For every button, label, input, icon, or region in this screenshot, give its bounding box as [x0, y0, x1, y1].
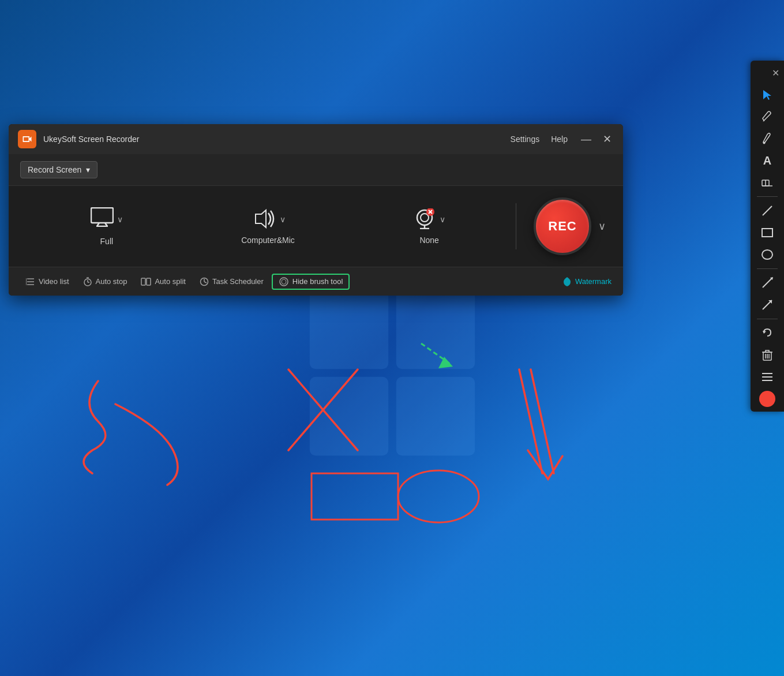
windows-logo: [306, 286, 479, 460]
audio-chevron: ∨: [280, 215, 286, 224]
hide-brush-tool-item[interactable]: Hide brush tool: [272, 274, 350, 290]
camera-icon-row: ∨: [413, 208, 445, 231]
menu-icon: [762, 372, 773, 382]
rec-button[interactable]: REC: [534, 197, 591, 255]
ellipse-tool-button[interactable]: [755, 244, 780, 265]
svg-rect-4: [91, 208, 113, 223]
arrow-icon: [762, 299, 773, 311]
rectangle-icon: [762, 228, 773, 237]
svg-marker-45: [763, 331, 766, 334]
straight-line-icon: [762, 277, 773, 289]
dropdown-chevron: ▾: [86, 165, 90, 174]
camera-label: None: [419, 236, 438, 245]
cursor-icon: [762, 89, 772, 100]
app-title: UkeySoft Screen Recorder: [43, 135, 511, 144]
task-scheduler-label: Task Scheduler: [212, 277, 264, 286]
arrow-tool-button[interactable]: [755, 294, 780, 315]
toolbar-divider-2: [757, 268, 778, 269]
webcam-icon: [413, 208, 436, 231]
auto-stop-item[interactable]: Auto stop: [77, 275, 133, 289]
main-controls: ∨ Full ∨ Computer&Mic: [9, 186, 623, 267]
menu-button[interactable]: [755, 367, 780, 387]
monitor-icon: [91, 207, 114, 232]
marker-icon: [762, 133, 772, 144]
auto-split-item[interactable]: Auto split: [135, 275, 191, 288]
toolbar-record-button[interactable]: [759, 391, 775, 407]
audio-control[interactable]: ∨ Computer&Mic: [187, 208, 349, 245]
video-camera-icon: [21, 133, 33, 145]
delete-button[interactable]: [755, 345, 780, 365]
minimize-button[interactable]: —: [579, 132, 593, 146]
controls-divider: [516, 203, 516, 249]
audio-label: Computer&Mic: [241, 236, 295, 245]
camera-control[interactable]: ∨ None: [348, 208, 510, 245]
watermark-label: Watermark: [575, 277, 612, 286]
toolbar-close-button[interactable]: ✕: [751, 65, 784, 81]
text-tool-button[interactable]: A: [755, 150, 780, 171]
toolbar-divider-1: [757, 196, 778, 197]
undo-button[interactable]: [755, 323, 780, 343]
eraser-icon: [762, 177, 773, 188]
bottom-bar: Video list Auto stop Auto split: [9, 267, 623, 296]
task-scheduler-item[interactable]: Task Scheduler: [194, 275, 269, 289]
svg-rect-1: [396, 290, 474, 368]
ellipse-icon: [762, 249, 773, 260]
right-toolbar: ✕ A: [751, 61, 784, 412]
title-controls: — ✕: [579, 132, 614, 146]
marker-tool-button[interactable]: [755, 128, 780, 149]
watermark-icon: [562, 276, 572, 287]
help-menu[interactable]: Help: [551, 135, 568, 144]
svg-rect-39: [762, 229, 772, 237]
display-label: Full: [100, 237, 114, 246]
rectangle-tool-button[interactable]: [755, 222, 780, 243]
pen-tool-button[interactable]: [755, 106, 780, 127]
video-list-label: Video list: [39, 277, 69, 286]
undo-icon: [762, 328, 773, 338]
svg-rect-2: [309, 376, 388, 455]
display-control[interactable]: ∨ Full: [26, 207, 187, 246]
auto-stop-icon: [83, 277, 92, 286]
record-mode-label: Record Screen: [28, 165, 81, 174]
brush-tool-icon: [279, 277, 289, 286]
svg-line-27: [204, 282, 207, 283]
camera-chevron: ∨: [440, 215, 445, 224]
desktop-background: [0, 0, 784, 676]
task-scheduler-icon: [200, 277, 209, 286]
rec-label: REC: [548, 219, 576, 234]
rec-section: REC ∨: [534, 197, 606, 255]
audio-icon-row: ∨: [251, 208, 286, 231]
svg-point-10: [421, 214, 429, 222]
toolbar-row: Record Screen ▾: [9, 154, 623, 186]
display-icon-row: ∨: [91, 207, 123, 232]
settings-menu[interactable]: Settings: [511, 135, 540, 144]
hide-brush-tool-label: Hide brush tool: [292, 277, 343, 286]
line-tool-button[interactable]: [755, 200, 780, 221]
svg-marker-33: [763, 90, 771, 100]
cursor-tool-button[interactable]: [755, 84, 780, 105]
record-mode-dropdown[interactable]: Record Screen ▾: [20, 161, 97, 178]
eraser-tool-button[interactable]: [755, 172, 780, 193]
svg-rect-23: [141, 278, 145, 285]
pen-icon: [762, 111, 772, 122]
close-button[interactable]: ✕: [600, 132, 614, 146]
svg-rect-3: [396, 376, 474, 455]
speaker-icon: [251, 208, 276, 231]
video-list-icon: [26, 278, 35, 286]
straight-line-tool-button[interactable]: [755, 272, 780, 293]
rec-dropdown-chevron[interactable]: ∨: [598, 220, 606, 233]
line-icon: [762, 205, 773, 216]
display-chevron: ∨: [117, 215, 123, 224]
auto-stop-label: Auto stop: [96, 277, 127, 286]
svg-point-40: [762, 250, 772, 259]
toolbar-divider-3: [757, 319, 778, 319]
watermark-item[interactable]: Watermark: [562, 276, 612, 287]
auto-split-label: Auto split: [155, 277, 185, 286]
svg-rect-0: [309, 290, 388, 368]
auto-split-icon: [141, 278, 151, 286]
title-menu: Settings Help: [511, 135, 568, 144]
app-icon: [18, 130, 36, 148]
svg-point-34: [763, 142, 766, 144]
app-window: UkeySoft Screen Recorder Settings Help —…: [9, 124, 623, 296]
svg-marker-8: [256, 210, 266, 227]
video-list-item[interactable]: Video list: [20, 275, 75, 288]
